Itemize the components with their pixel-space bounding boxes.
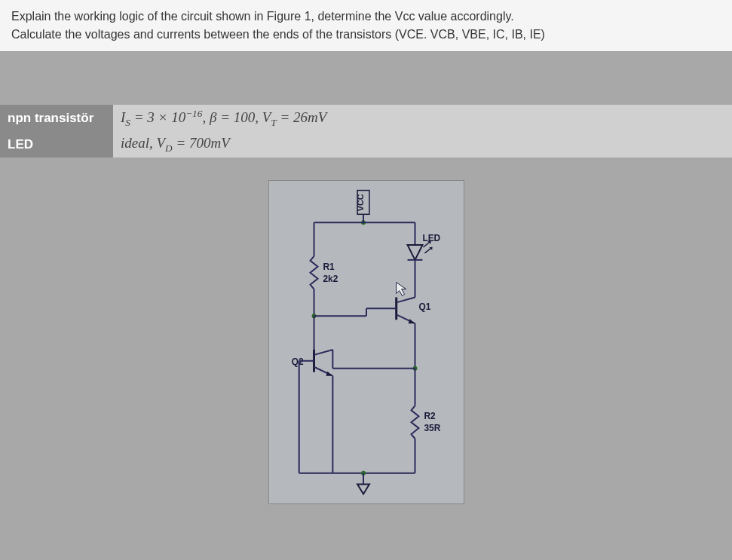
npn-label: npn transistör: [0, 105, 113, 132]
led-text: LED: [422, 233, 440, 243]
led-row: LED ideal, VD = 700mV: [0, 132, 732, 158]
led-label: LED: [0, 132, 113, 158]
parameters-table: npn transistör IS = 3 × 10−16, β = 100, …: [0, 105, 732, 158]
led-values: ideal, VD = 700mV: [113, 132, 732, 158]
resistor-r1: [310, 256, 317, 289]
circuit-svg: VCC R1 2k2 LED: [269, 181, 464, 503]
npn-values: IS = 3 × 10−16, β = 100, VT = 26mV: [113, 105, 732, 132]
circuit-diagram: VCC R1 2k2 LED: [268, 180, 464, 504]
question-line2: Calculate the voltages and currents betw…: [11, 26, 721, 44]
parameters-section: npn transistör IS = 3 × 10−16, β = 100, …: [0, 105, 732, 158]
r2-label: R2: [424, 411, 436, 421]
question-header: Explain the working logic of the circuit…: [0, 0, 732, 52]
resistor-r2: [411, 405, 418, 439]
svg-line-17: [314, 350, 332, 355]
ground-icon: [357, 484, 369, 494]
npn-row: npn transistör IS = 3 × 10−16, β = 100, …: [0, 105, 732, 132]
vcc-label: VCC: [356, 194, 365, 211]
q1-emitter-arrow: [408, 319, 415, 323]
r1-value: 2k2: [323, 274, 338, 284]
led-triangle: [407, 245, 422, 260]
q2-emitter-arrow: [326, 372, 332, 376]
r1-label: R1: [323, 262, 335, 272]
svg-line-10: [396, 297, 415, 302]
question-line1: Explain the working logic of the circuit…: [11, 8, 721, 26]
r2-value: 35R: [424, 423, 440, 433]
cursor-icon: [396, 283, 406, 296]
q1-label: Q1: [418, 301, 430, 312]
